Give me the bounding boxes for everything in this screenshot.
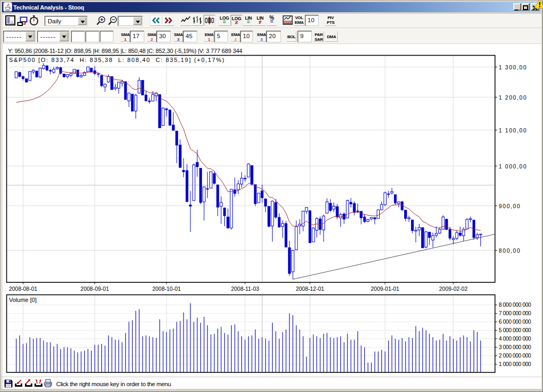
svg-text:1 300,00: 1 300,00 [499, 64, 528, 70]
svg-text:4 000 000 000: 4 000 000 000 [499, 335, 531, 342]
svg-text:900,00: 900,00 [499, 203, 521, 209]
svg-text:2009-01-01: 2009-01-01 [371, 286, 399, 292]
svg-text:1 200,00: 1 200,00 [499, 94, 528, 101]
svg-text:5 000 000 000: 5 000 000 000 [499, 327, 531, 333]
svg-text:2008-09-01: 2008-09-01 [81, 286, 109, 292]
svg-text:Volume [0]: Volume [0] [9, 297, 37, 303]
svg-text:2008-08-01: 2008-08-01 [9, 286, 38, 292]
svg-text:2008-10-01: 2008-10-01 [152, 286, 181, 292]
svg-text:2008-12-01: 2008-12-01 [296, 286, 325, 292]
svg-text:2 000 000 000: 2 000 000 000 [499, 352, 531, 359]
svg-text:2009-02-02: 2009-02-02 [439, 286, 468, 292]
svg-text:S&P500 [O: 833,74 H: 835,38: S&P500 [O: 833,74 H: 835,38 L: 808,40 C:… [9, 57, 225, 63]
svg-text:1 100,00: 1 100,00 [499, 127, 528, 133]
svg-text:800,00: 800,00 [499, 247, 521, 254]
svg-text:3 000 000 000: 3 000 000 000 [499, 344, 531, 350]
svg-text:8 000 000 000: 8 000 000 000 [499, 301, 531, 308]
svg-text:7 000 000 000: 7 000 000 000 [499, 310, 531, 316]
svg-text:2008-11-03: 2008-11-03 [231, 286, 259, 292]
svg-text:6 000 000 000: 6 000 000 000 [499, 318, 531, 325]
svg-text:1 000 000 000: 1 000 000 000 [499, 361, 531, 367]
svg-text:1 000,00: 1 000,00 [499, 163, 528, 170]
